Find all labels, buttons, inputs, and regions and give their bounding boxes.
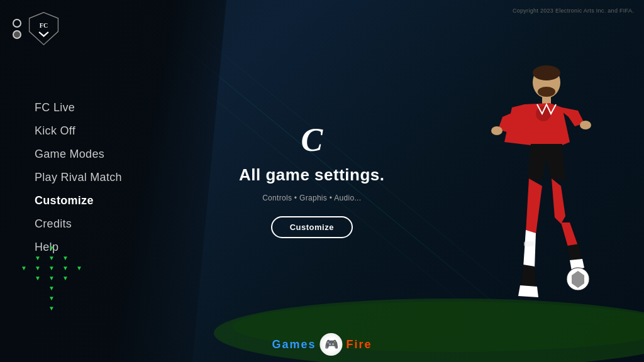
app-container: FC FC Live Kick Off Game Modes Play Riva… bbox=[0, 0, 644, 362]
chevron: ▼ bbox=[47, 265, 57, 272]
main-content: C All game settings. Controls • Graphis … bbox=[239, 124, 385, 238]
chevron: ▼ bbox=[33, 275, 43, 282]
chevrons-decoration: ▼ ▼ ▼ ▼ ▼ ▼ ▼ ▼ ▼ ▼ ▼ ▼ ▼ ▼ ▼ ▼ ▼ ▼ ▼ ▼ … bbox=[19, 245, 84, 312]
fc-logo-svg: FC bbox=[26, 11, 61, 46]
svg-point-13 bbox=[580, 121, 591, 129]
svg-point-9 bbox=[533, 65, 560, 80]
svg-point-10 bbox=[538, 87, 555, 97]
watermark-games-text: Games bbox=[272, 338, 316, 351]
nav-item-credits[interactable]: Credits bbox=[35, 214, 122, 234]
logo-area: FC bbox=[13, 11, 61, 46]
chevron: ▼ bbox=[33, 265, 43, 272]
chevron: ▼ bbox=[47, 295, 57, 302]
copyright-text: Copyright 2023 Electronic Arts Inc. and … bbox=[513, 8, 634, 14]
watermark-fire-text: Fire bbox=[347, 338, 372, 351]
gamepad-icon: 🎮 bbox=[325, 337, 338, 351]
nav-item-customize[interactable]: Customize bbox=[35, 190, 122, 211]
chevron: ▼ bbox=[47, 255, 57, 261]
chevron: ▼ bbox=[60, 275, 70, 282]
customize-button[interactable]: Customize bbox=[271, 216, 353, 238]
nav-item-game-modes[interactable]: Game Modes bbox=[35, 144, 122, 165]
chevron: ▼ bbox=[47, 285, 57, 292]
chevron: ▼ bbox=[60, 255, 70, 261]
svg-point-12 bbox=[491, 126, 502, 135]
svg-rect-15 bbox=[524, 241, 534, 246]
logo-circles bbox=[13, 19, 21, 39]
nav-item-kick-off[interactable]: Kick Off bbox=[35, 121, 122, 141]
content-title: All game settings. bbox=[239, 165, 385, 185]
nav-menu: FC Live Kick Off Game Modes Play Rival M… bbox=[35, 97, 122, 258]
chevron: ▼ bbox=[19, 265, 29, 272]
player-figure bbox=[449, 54, 613, 318]
watermark: Games 🎮 Fire bbox=[272, 333, 372, 356]
chevron: ▼ bbox=[47, 275, 57, 282]
chevron: ▼ bbox=[47, 245, 57, 251]
chevron: ▼ bbox=[60, 265, 70, 272]
player-svg bbox=[449, 54, 613, 331]
nav-item-play-rival-match[interactable]: Play Rival Match bbox=[35, 167, 122, 188]
watermark-icon: 🎮 bbox=[320, 333, 343, 356]
content-subtitle: Controls • Graphis • Audio... bbox=[262, 194, 361, 202]
chevron: ▼ bbox=[33, 255, 43, 261]
chevron: ▼ bbox=[47, 305, 57, 312]
fc-logo-badge: FC bbox=[26, 11, 61, 46]
logo-circle-top bbox=[13, 19, 21, 28]
svg-text:FC: FC bbox=[40, 22, 48, 29]
chevron: ▼ bbox=[74, 265, 84, 272]
logo-circle-bottom bbox=[13, 30, 21, 39]
nav-item-fc-live[interactable]: FC Live bbox=[35, 97, 122, 118]
customize-logo-icon: C bbox=[301, 124, 323, 156]
